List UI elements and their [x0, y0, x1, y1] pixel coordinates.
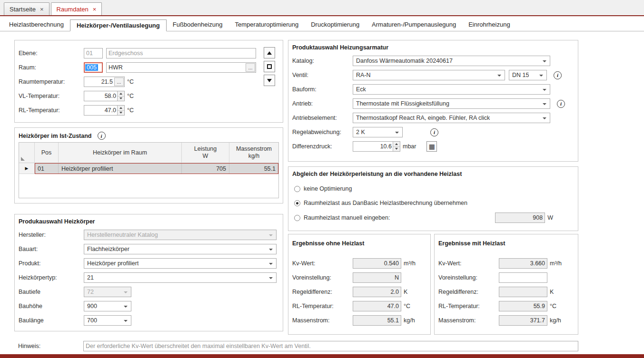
rl-temperatur-label: RL-Temperatur: [292, 303, 353, 310]
calculator-button[interactable]: ▦ [426, 141, 437, 152]
col-massenstrom[interactable]: Massenstrom kg/h [229, 143, 278, 163]
heizkoerper-table: Pos Heizkörper im Raum Leistung W Massen… [19, 142, 279, 198]
raum-browse-button[interactable]: ... [246, 63, 255, 72]
spin-down-icon[interactable] [393, 147, 400, 152]
ventil-select[interactable]: RA-N [353, 70, 505, 80]
regelabweichung-select[interactable]: 2 K [353, 127, 403, 137]
hersteller-select[interactable]: Herstellerneutraler Katalog [84, 230, 277, 240]
spin-down-icon[interactable] [118, 111, 124, 116]
spin-up-icon[interactable] [118, 91, 124, 97]
corner-triangle-icon [21, 157, 25, 161]
produkt-select[interactable]: Heizkörper profiliert [84, 258, 277, 269]
raumtemperatur-input[interactable]: 21.5 ... [84, 77, 125, 87]
tab-startseite[interactable]: Startseite × [4, 2, 50, 15]
next-room-button[interactable] [264, 75, 275, 86]
regeldifferenz-field [499, 287, 547, 297]
differenzdruck-input[interactable]: 10.6 [353, 141, 400, 152]
ist-zustand-panel: Heizkörper im Ist-Zustand i Pos Heizkörp… [14, 127, 283, 203]
kv-wert-label: Kv-Wert: [438, 260, 499, 267]
col-heizkoerper-im-raum[interactable]: Heizkörper im Raum [59, 143, 182, 163]
regeldifferenz-field: 2.0 [353, 287, 401, 297]
up-arrow-icon [267, 51, 272, 55]
abgleich-title: Abgleich der Heizkörperleistung an die v… [292, 171, 578, 177]
katalog-select[interactable]: Danfoss Wärmeautomatik 20240617 [353, 56, 550, 66]
regeldifferenz-label: Regeldifferenz: [438, 289, 499, 295]
armatur-title: Produktauswahl Heizungsarmatur [292, 44, 578, 51]
produkt-label: Produkt: [19, 260, 84, 267]
info-icon[interactable]: i [98, 132, 106, 140]
info-icon[interactable]: i [557, 100, 565, 108]
voreinstellung-label: Voreinstellung: [292, 274, 353, 281]
bauhoehe-label: Bauhöhe [19, 303, 84, 310]
baulaenge-select[interactable]: 700 [84, 315, 131, 326]
ebene-name-input[interactable]: Erdgeschoss [106, 48, 256, 58]
vl-temperatur-input[interactable]: 58.0 [84, 91, 125, 101]
massenstrom-field: 371.7 [499, 315, 547, 326]
voreinstellung-field [499, 272, 547, 283]
info-icon[interactable]: i [554, 71, 562, 79]
kv-wert-label: Kv-Wert: [292, 260, 353, 267]
room-panel: Ebene: 01 Erdgeschoss Raum: 005 HWR ... … [14, 40, 283, 123]
manuelle-heizlast-input[interactable]: 908 [495, 213, 545, 223]
col-leistung[interactable]: Leistung W [182, 143, 229, 163]
manuelle-heizlast-unit: W [547, 214, 553, 221]
row-selector-header[interactable] [19, 143, 35, 163]
tab-einrohrheizung[interactable]: Einrohrheizung [462, 19, 516, 31]
bauhoehe-select[interactable]: 900 [84, 301, 131, 311]
table-header: Pos Heizkörper im Raum Leistung W Massen… [19, 143, 278, 163]
tab-druckoptimierung[interactable]: Druckoptimierung [305, 19, 366, 31]
radio-raumheizlast-uebernehmen[interactable] [294, 200, 300, 206]
close-icon[interactable]: × [40, 6, 44, 12]
info-icon[interactable]: i [430, 128, 438, 136]
radio-keine-optimierung-label: keine Optimierung [304, 185, 352, 192]
cell-massenstrom: 55.1 [229, 163, 278, 174]
baulaenge-label: Baulänge [19, 317, 84, 324]
radio-raumheizlast-manuell[interactable] [294, 215, 300, 221]
spin-up-icon[interactable] [393, 142, 400, 147]
dn-select[interactable]: DN 15 [509, 70, 547, 80]
table-row[interactable]: ▶ 01 Heizkörper profiliert 705 55.1 [19, 163, 278, 174]
row-marker[interactable]: ▶ [19, 163, 35, 174]
raumtemperatur-browse-button[interactable]: ... [114, 77, 124, 86]
room-list-button[interactable] [264, 61, 275, 72]
spin-down-icon[interactable] [118, 97, 124, 101]
kv-wert-field: 0.540 [353, 258, 401, 269]
tab-heizlastberechnung[interactable]: Heizlastberechnung [3, 19, 70, 31]
bautiefe-label: Bautiefe [19, 289, 84, 295]
previous-room-button[interactable] [264, 47, 275, 58]
radio-keine-optimierung[interactable] [294, 186, 300, 192]
rl-temperatur-input[interactable]: 47.0 [84, 105, 125, 116]
rl-temperatur-label: RL-Temperatur: [438, 303, 499, 310]
differenzdruck-spinner[interactable] [393, 142, 400, 151]
tab-temperaturoptimierung[interactable]: Temperaturoptimierung [229, 19, 305, 31]
col-pos[interactable]: Pos [35, 143, 59, 163]
raum-name-input[interactable]: HWR ... [106, 62, 256, 73]
close-icon[interactable]: × [93, 6, 97, 12]
vl-spinner[interactable] [117, 91, 124, 101]
tab-raumdaten[interactable]: Raumdaten × [51, 2, 102, 15]
tab-armaturen-pumpenauslegung[interactable]: Armaturen-/Pumpenauslegung [366, 19, 462, 31]
bauart-select[interactable]: Flachheizkörper [84, 244, 277, 254]
bautiefe-select[interactable]: 72 [84, 287, 131, 297]
rl-spinner[interactable] [117, 106, 124, 115]
produkt-title: Produkauswahl Heizkörper [19, 218, 283, 225]
tab-startseite-label: Startseite [10, 6, 36, 13]
differenzdruck-unit: mbar [403, 143, 416, 150]
tab-fussbodenheizung[interactable]: Fußbodenheizung [167, 19, 229, 31]
spin-up-icon[interactable] [118, 106, 124, 111]
ebene-code-input[interactable]: 01 [84, 48, 103, 58]
voreinstellung-field: N [353, 272, 401, 283]
row-marker-icon: ▶ [25, 166, 29, 171]
heizkoerpertyp-select[interactable]: 21 [84, 272, 277, 283]
antrieb-select[interactable]: Thermostate mit Flüssigkeitsfüllung [353, 98, 550, 109]
antrieb-label: Antrieb: [292, 100, 353, 107]
room-list-icon [267, 64, 272, 69]
raum-code-input[interactable]: 005 [84, 62, 103, 73]
tab-heizkoerper-ventilauslegung[interactable]: Heizkörper-/Ventilauslegung [70, 19, 167, 31]
antriebselement-select[interactable]: Thermostatkopf React RA, eingeb. Fühler,… [353, 113, 550, 123]
raum-label: Raum: [19, 64, 84, 71]
status-bar [0, 354, 644, 358]
bauform-select[interactable]: Eck [353, 84, 550, 95]
bauart-label: Bauart: [19, 246, 84, 252]
heizkoerpertyp-label: Heizkörpertyp: [19, 274, 84, 281]
